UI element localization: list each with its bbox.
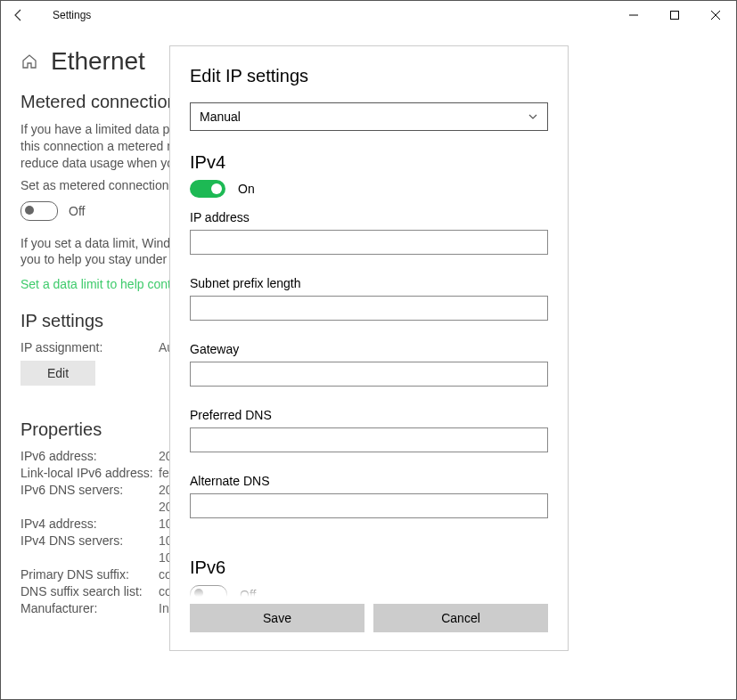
- property-key: Manufacturer:: [20, 601, 159, 615]
- ip-mode-value: Manual: [200, 110, 241, 124]
- property-key: [20, 500, 159, 514]
- close-button[interactable]: [695, 1, 736, 29]
- property-key: IPv4 address:: [20, 517, 159, 531]
- titlebar: Settings: [1, 1, 736, 29]
- property-key: DNS suffix search list:: [20, 584, 159, 598]
- property-key: IPv6 DNS servers:: [20, 483, 159, 497]
- ip-mode-select[interactable]: Manual: [190, 102, 548, 131]
- save-button[interactable]: Save: [190, 604, 364, 632]
- ip-assignment-label: IP assignment:: [20, 340, 159, 354]
- ip-address-input[interactable]: [190, 230, 548, 255]
- back-button[interactable]: [1, 8, 37, 22]
- property-key: Primary DNS suffix:: [20, 567, 159, 582]
- alt-dns-input[interactable]: [190, 493, 548, 518]
- edit-ip-button[interactable]: Edit: [20, 361, 95, 386]
- home-icon: [20, 53, 38, 70]
- gateway-label: Gateway: [190, 342, 548, 356]
- property-key: IPv4 DNS servers:: [20, 533, 159, 548]
- subnet-label: Subnet prefix length: [190, 276, 548, 290]
- gateway-input[interactable]: [190, 362, 548, 387]
- chevron-down-icon: [528, 111, 538, 122]
- minimize-button[interactable]: [613, 1, 654, 29]
- metered-toggle-state: Off: [69, 204, 85, 218]
- pref-dns-label: Preferred DNS: [190, 408, 548, 422]
- ipv6-heading: IPv6: [190, 558, 548, 578]
- pref-dns-input[interactable]: [190, 427, 548, 452]
- property-key: IPv6 address:: [20, 449, 159, 463]
- page-heading-text: Ethernet: [51, 47, 145, 76]
- property-value: fe: [159, 466, 169, 480]
- window-title: Settings: [53, 9, 91, 21]
- edit-ip-dialog: Edit IP settings Manual IPv4 On IP addre…: [169, 45, 569, 651]
- ipv4-toggle[interactable]: [190, 180, 225, 198]
- property-key: [20, 550, 159, 565]
- metered-toggle[interactable]: [20, 201, 58, 221]
- ip-address-label: IP address: [190, 210, 548, 224]
- ipv4-heading: IPv4: [190, 152, 548, 173]
- ipv4-toggle-state: On: [238, 182, 255, 196]
- svg-rect-1: [671, 12, 679, 20]
- cancel-button[interactable]: Cancel: [373, 604, 548, 632]
- subnet-input[interactable]: [190, 296, 548, 321]
- property-key: Link-local IPv6 address:: [20, 466, 159, 480]
- alt-dns-label: Alternate DNS: [190, 474, 548, 488]
- maximize-button[interactable]: [654, 1, 695, 29]
- dialog-title: Edit IP settings: [190, 66, 548, 86]
